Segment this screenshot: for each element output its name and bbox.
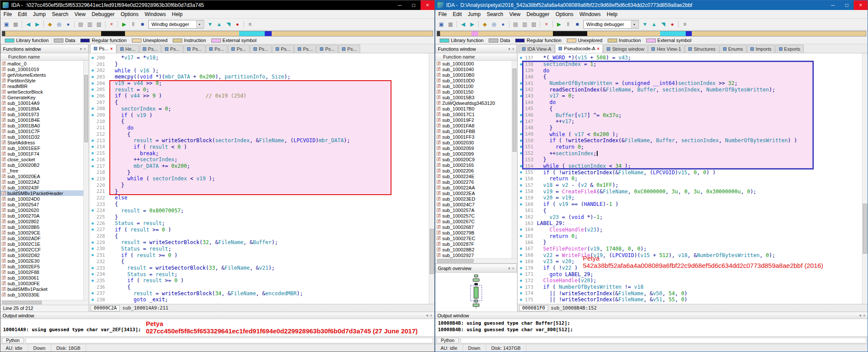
code-scrollbar[interactable] — [429, 53, 434, 304]
code-line[interactable]: 217 mbr_DATA += 0x200; — [89, 163, 429, 169]
code-line[interactable]: 174 || !writeSectorIndex(&FileName, &v50… — [518, 290, 862, 297]
function-list-item[interactable]: fsub_100028B5 — [0, 224, 83, 230]
output-log[interactable]: 10008B4B: using guessed type char Buffer… — [435, 319, 868, 336]
function-list-item[interactable]: fsub_10001040 — [435, 66, 512, 72]
graph-overview-thumbnail[interactable] — [435, 273, 517, 312]
code-line[interactable]: 157 v18 = v2 - (v2 & 0x1FF); — [518, 182, 862, 189]
function-list-item[interactable]: fsub_10001FBB — [435, 128, 512, 134]
function-list-item[interactable]: fsub_1000279B — [435, 230, 512, 235]
function-list-item[interactable]: fsub_10001150 — [435, 89, 512, 95]
function-list-item[interactable]: fsub_100017C1 — [435, 111, 512, 117]
code-line[interactable]: 233 result = writeSectorBlock(33, &FileN… — [89, 265, 429, 271]
code-line[interactable]: 160 if ( v19 == (HANDLE)-1 ) — [518, 201, 862, 208]
function-list-item[interactable]: fsub_100024C7 — [435, 202, 512, 207]
back-icon[interactable]: ◀ — [459, 20, 467, 29]
function-list-item[interactable]: fsub_1000270A — [0, 213, 83, 218]
code-line[interactable]: 150 if ( !writeSectorIndex(&FileName, Bu… — [518, 137, 862, 144]
graph-overview-title[interactable]: Graph overview ▾× — [435, 264, 517, 273]
menu-debugger[interactable]: Debugger — [89, 11, 118, 17]
search-icon[interactable]: ◎ — [490, 20, 498, 29]
menu-edit[interactable]: Edit — [450, 11, 465, 17]
code-line[interactable]: 140 { — [518, 74, 862, 80]
code-line[interactable]: 164 CloseHandle(v23); — [518, 227, 862, 233]
run-until-icon[interactable]: ◥ — [224, 20, 233, 29]
code-line[interactable]: 234 Status = result; — [89, 271, 429, 277]
function-list-item[interactable]: fbuildSMBv1Packet — [0, 286, 83, 292]
function-list-item[interactable]: fsub_10001973 — [0, 111, 83, 117]
function-list-item[interactable]: fsub_10002ADF — [0, 235, 83, 241]
dock-icon[interactable]: ▾ — [426, 313, 428, 318]
jump-icon[interactable]: ◆ — [480, 20, 489, 29]
forward-icon[interactable]: ▶ — [468, 20, 477, 29]
code-line[interactable]: 172 CloseHandle(v20); — [518, 277, 862, 284]
function-list-item[interactable]: fsub_10002059 — [435, 145, 512, 151]
snapshot-icon[interactable]: ▦ — [11, 20, 20, 29]
save-icon[interactable]: ▣ — [437, 20, 446, 29]
function-list-item[interactable]: fsub_10002206 — [435, 168, 512, 173]
code-line[interactable]: 221 } — [89, 188, 429, 195]
tab-enums[interactable]: Enums — [720, 45, 746, 53]
function-list-item[interactable]: fsub_10002E30 — [0, 258, 83, 264]
minimize-button[interactable]: ─ — [826, 0, 840, 10]
stop-icon[interactable]: ■ — [138, 20, 147, 29]
close-icon[interactable]: × — [110, 46, 113, 51]
menu-options[interactable]: Options — [118, 11, 141, 17]
code-line[interactable]: 238 goto _exit; — [89, 297, 429, 303]
tab-imports[interactable]: Imports — [747, 45, 775, 53]
pause-icon[interactable]: Ⅱ — [129, 20, 138, 29]
step-into-icon[interactable]: ▼ — [641, 20, 649, 29]
function-list-item[interactable]: fmalloc_0 — [0, 61, 83, 66]
function-list-item[interactable]: fsub_10002165 — [435, 162, 512, 168]
code-line[interactable]: 158 v19 = CreateFileA(&FileName, 0xC0000… — [518, 188, 862, 195]
tab-ps[interactable]: Ps... — [272, 45, 294, 53]
code-line[interactable]: 207 { — [89, 99, 429, 106]
code-line[interactable]: 209 if ( v19 ) — [89, 112, 429, 118]
menu-jump[interactable]: Jump — [465, 11, 483, 17]
code-line[interactable]: 202 while ( v16 ); — [89, 67, 429, 74]
function-list-item[interactable]: fsub_1000189A — [0, 106, 83, 111]
code-line[interactable]: 167 SetFilePointer(v19, 17408, 0, 0); — [518, 246, 862, 252]
function-list-item[interactable]: fsub_100010B0 — [435, 72, 512, 78]
code-line[interactable]: 154 while ( sectionIndex < 34 ); — [518, 163, 862, 169]
code-line[interactable]: 156 return 0; — [518, 176, 862, 182]
tab-pseudocode-a[interactable]: Pseudocode-A× — [555, 44, 603, 53]
code-line[interactable]: 153 } — [518, 156, 862, 163]
code-line[interactable]: 144 do — [518, 99, 862, 106]
step-over-icon[interactable]: ▲ — [650, 20, 658, 29]
function-list-item[interactable]: fsub_10002547 — [0, 202, 83, 207]
tab-ps[interactable]: Ps... — [184, 45, 205, 53]
code-line[interactable]: 227 if ( result >= 0 ) — [89, 227, 429, 233]
run-icon[interactable]: ▶ — [120, 20, 128, 29]
run-until-icon[interactable]: ◥ — [659, 20, 667, 29]
code-line[interactable]: 145 { — [518, 106, 862, 112]
code-line[interactable]: 214 if ( result < 0 ) — [89, 144, 429, 150]
stop-icon[interactable]: ■ — [573, 20, 582, 29]
dock-icon[interactable]: ▾ — [859, 313, 861, 318]
code-line[interactable]: 152 ++sectionIndex; — [518, 150, 862, 156]
menu-jump[interactable]: Jump — [30, 11, 49, 17]
cancel-icon[interactable]: × — [542, 20, 551, 29]
code-line[interactable]: 225 } — [89, 214, 429, 220]
tab-strings-window[interactable]: Strings window — [603, 45, 648, 53]
function-list-item[interactable]: fsub_1000243F — [0, 185, 83, 190]
function-list-item[interactable]: fsub_10001FF3 — [435, 134, 512, 140]
functions-hscrollbar[interactable] — [435, 258, 517, 263]
pseudocode-view[interactable]: Petya 542a38bf52afa6a4a008089a6fbf22c9d6… — [518, 53, 862, 304]
functions-scrollbar[interactable] — [512, 61, 517, 258]
code-line[interactable]: 163LABEL_29: — [518, 220, 862, 227]
step-over-icon[interactable]: ▲ — [215, 20, 224, 29]
code-line[interactable]: 210 { — [89, 118, 429, 125]
function-list-item[interactable]: fZuWQdweafdsg3453120 — [435, 100, 512, 106]
code-line[interactable]: 141 NumberOfBytesWritten = (unsigned __i… — [518, 80, 862, 87]
menu-search[interactable]: Search — [483, 11, 506, 17]
function-list-item[interactable]: fsub_10002620 — [0, 207, 83, 213]
search-again-icon[interactable]: ● — [64, 20, 72, 29]
function-list-item[interactable]: fsub_100024D0 — [0, 196, 83, 202]
tab-ps[interactable]: Ps... — [316, 45, 338, 53]
menu-debugger[interactable]: Debugger — [523, 11, 552, 17]
tab-exports[interactable]: Exports — [776, 45, 804, 53]
function-list-item[interactable]: freadMBR — [0, 83, 83, 89]
step-into-icon[interactable]: ▼ — [206, 20, 214, 29]
code-line[interactable]: 146 Buffer[v17] ^= 0x37u; — [518, 112, 862, 118]
output-log[interactable]: Petya 027cc450ef5f8c5f653329641ec1fed91f… — [0, 319, 434, 336]
